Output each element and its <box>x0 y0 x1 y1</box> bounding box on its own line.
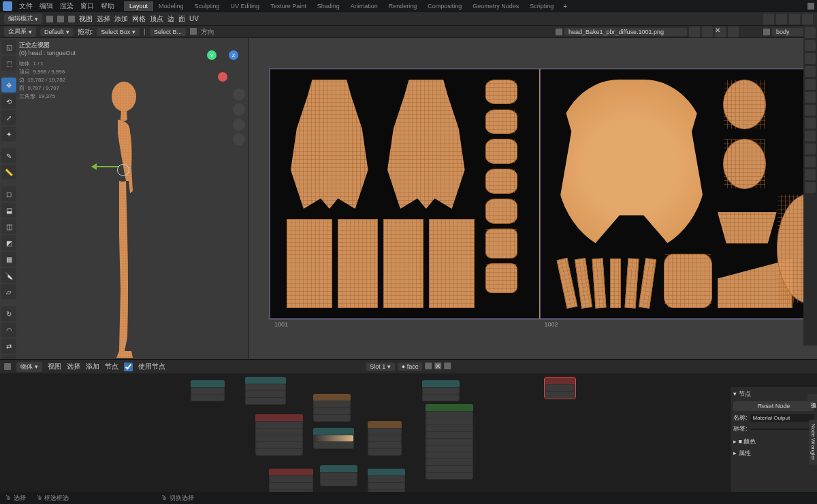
hdr-view[interactable]: 视图 <box>79 14 93 24</box>
camera-view-icon[interactable] <box>233 118 245 131</box>
node-name-field[interactable]: Material Output <box>750 414 814 422</box>
hdr-mesh[interactable]: 网格 <box>132 14 146 24</box>
face-select-icon[interactable] <box>68 16 75 22</box>
tool-poly[interactable]: ▱ <box>1 284 16 299</box>
tab-uv-editing[interactable]: UV Editing <box>225 1 266 11</box>
drag-mode-dropdown[interactable]: Select Box ▾ <box>97 28 140 36</box>
move-gizmo-center[interactable] <box>117 164 129 176</box>
tab-compositing[interactable]: Compositing <box>422 1 467 11</box>
prop-mesh-icon[interactable] <box>805 156 816 167</box>
mat-new-icon[interactable] <box>426 363 432 369</box>
tab-geometry-nodes[interactable]: Geometry Nodes <box>467 1 524 11</box>
tab-sculpting[interactable]: Sculpting <box>189 1 225 11</box>
edge-select-icon[interactable] <box>57 16 64 22</box>
prop-particle-icon[interactable] <box>805 118 816 129</box>
pivot-dropdown[interactable]: Default ▾ <box>40 28 74 36</box>
tab-scripting[interactable]: Scripting <box>524 1 559 11</box>
new-image-icon[interactable] <box>689 27 700 37</box>
3d-viewport[interactable]: ◱ ⬚ ✥ ⟲ ⤢ ✦ ✎ 📏 ◻ ⬓ ◫ ◩ ▦ 🔪 ▱ ↻ ◠ ⇄ ⊙ ⤡ <box>0 38 249 359</box>
pan-icon[interactable] <box>233 103 245 116</box>
tool-measure[interactable]: 📏 <box>1 165 16 180</box>
perspective-icon[interactable] <box>233 133 245 146</box>
tab-layout[interactable]: Layout <box>124 1 153 11</box>
orientation-dropdown[interactable]: 全局系 ▾ <box>4 27 36 37</box>
node-hdr-node[interactable]: 节点 <box>105 362 118 371</box>
prop-world-icon[interactable] <box>805 79 816 90</box>
prop-constraint-icon[interactable] <box>805 144 816 154</box>
move-gizmo-y[interactable] <box>92 166 119 167</box>
node-hdr-select[interactable]: 选择 <box>67 362 80 371</box>
mat-unlink-icon[interactable]: ✕ <box>435 363 442 369</box>
tool-move[interactable]: ✥ <box>1 78 16 93</box>
use-nodes-checkbox[interactable] <box>124 363 133 371</box>
uv-canvas[interactable]: 1001 1002 <box>269 68 810 320</box>
prop-view-icon[interactable] <box>805 53 816 64</box>
tool-cursor[interactable]: ◱ <box>1 39 16 54</box>
slot-dropdown[interactable]: Slot 1 ▾ <box>366 363 395 371</box>
tab-shading[interactable]: Shading <box>312 1 345 11</box>
hdr-edge[interactable]: 边 <box>167 14 174 24</box>
unlink-icon[interactable]: ✕ <box>715 27 726 37</box>
prop-object-icon[interactable] <box>805 92 816 103</box>
tool-rotate[interactable]: ⟲ <box>1 94 16 109</box>
node-label-field[interactable] <box>750 429 814 430</box>
menu-edit[interactable]: 编辑 <box>39 1 53 11</box>
tool-extrude[interactable]: ⬓ <box>1 203 16 218</box>
node-mode-dropdown[interactable]: 物体 ▾ <box>16 362 42 372</box>
tab-modeling[interactable]: Modeling <box>153 1 189 11</box>
add-workspace-button[interactable]: + <box>559 3 571 10</box>
proportional-edit-icon[interactable] <box>776 14 787 24</box>
menu-help[interactable]: 帮助 <box>101 1 114 11</box>
tool-annotate[interactable]: ✎ <box>1 148 16 163</box>
tool-loopcut[interactable]: ▦ <box>1 252 16 267</box>
vertex-select-icon[interactable] <box>46 16 53 22</box>
tool-knife[interactable]: 🔪 <box>1 268 16 283</box>
tab-rendering[interactable]: Rendering <box>383 1 423 11</box>
tool-bevel[interactable]: ◩ <box>1 235 16 250</box>
panel-section-props[interactable]: ▸ 属性 <box>733 449 814 458</box>
axis-z[interactable]: Z <box>229 50 238 60</box>
hdr-vertex[interactable]: 顶点 <box>150 14 163 24</box>
prop-output-icon[interactable] <box>805 40 816 51</box>
tool-select[interactable]: ⬚ <box>1 56 16 71</box>
tab-texture-paint[interactable]: Texture Paint <box>265 1 312 11</box>
zoom-icon[interactable] <box>233 88 245 101</box>
uv-editor[interactable]: 1001 1002 <box>249 38 817 359</box>
menu-window[interactable]: 窗口 <box>80 1 94 11</box>
prop-modifier-icon[interactable] <box>805 105 816 116</box>
axis-y[interactable]: Y <box>207 50 217 60</box>
tool-spin[interactable]: ↻ <box>1 306 16 321</box>
side-tab-options[interactable]: 选项 <box>807 394 817 402</box>
node-graph[interactable]: ▾ 节点 Reset Node 名称:Material Output 标签: ▸… <box>0 373 817 492</box>
hdr-face[interactable]: 面 <box>178 14 185 24</box>
tool-transform[interactable]: ✦ <box>1 127 16 141</box>
tool-slide[interactable]: ⇄ <box>1 339 16 354</box>
panel-section-color[interactable]: ▸ ■ 颜色 <box>733 437 814 446</box>
hdr-select[interactable]: 选择 <box>97 14 110 24</box>
prop-physics-icon[interactable] <box>805 131 816 141</box>
prop-material-icon[interactable] <box>805 169 816 180</box>
tool-inset[interactable]: ◫ <box>1 219 16 234</box>
navigation-gizmo[interactable]: Y Z <box>207 50 238 82</box>
hdr-add[interactable]: 添加 <box>114 14 128 24</box>
side-tab-wrangler[interactable]: Node Wrangler <box>809 420 817 465</box>
pin-icon[interactable] <box>728 27 739 37</box>
tool-add-cube[interactable]: ◻ <box>1 186 16 201</box>
image-file-name[interactable]: head_Bake1_pbr_diffuse.1001.png <box>564 28 687 36</box>
overlay-icon[interactable] <box>789 14 800 24</box>
editor-type-icon[interactable] <box>4 363 11 370</box>
prop-scene-icon[interactable] <box>805 66 816 77</box>
mode-dropdown[interactable]: 编辑模式 ▾ <box>4 14 42 24</box>
hdr-uv[interactable]: UV <box>189 15 199 22</box>
select-mode[interactable]: Select B... <box>150 28 186 36</box>
snap-icon[interactable] <box>763 14 774 24</box>
prop-render-icon[interactable] <box>805 27 816 38</box>
tab-animation[interactable]: Animation <box>345 1 383 11</box>
reset-node-button[interactable]: Reset Node <box>733 401 814 411</box>
menu-file[interactable]: 文件 <box>19 1 33 11</box>
open-image-icon[interactable] <box>702 27 713 37</box>
node-hdr-view[interactable]: 视图 <box>48 362 61 371</box>
panel-section-node[interactable]: ▾ 节点 <box>733 390 814 399</box>
tool-scale[interactable]: ⤢ <box>1 110 16 125</box>
tool-smooth[interactable]: ◠ <box>1 322 16 337</box>
